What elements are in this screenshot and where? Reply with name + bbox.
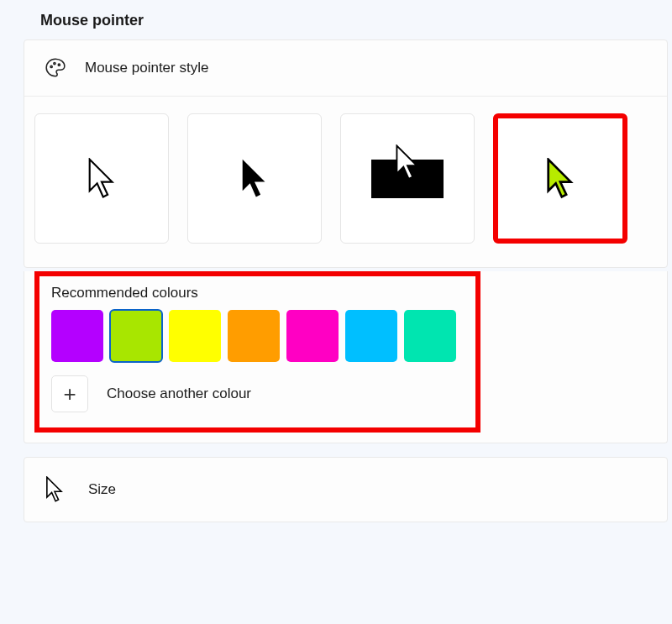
pointer-style-label: Mouse pointer style	[85, 60, 208, 76]
colours-card: Recommended colours + Choose another col…	[24, 271, 668, 443]
style-option-custom[interactable]	[493, 113, 627, 244]
size-label: Size	[88, 481, 116, 498]
colour-swatch-6[interactable]	[404, 310, 456, 362]
colour-swatch-0[interactable]	[51, 310, 103, 362]
svg-point-1	[54, 63, 55, 65]
choose-another-row: + Choose another colour	[51, 375, 464, 412]
style-option-inverted[interactable]	[340, 113, 475, 244]
colour-swatch-5[interactable]	[345, 310, 397, 362]
page-title: Mouse pointer	[0, 0, 672, 39]
pointer-style-header: Mouse pointer style	[24, 40, 667, 97]
cursor-white-icon	[86, 158, 118, 200]
choose-another-colour-label: Choose another colour	[107, 385, 251, 402]
colour-swatch-1[interactable]	[110, 310, 162, 362]
size-card[interactable]: Size	[24, 457, 668, 522]
colour-swatch-3[interactable]	[228, 310, 280, 362]
colour-swatch-2[interactable]	[169, 310, 221, 362]
cursor-custom-icon	[544, 158, 576, 200]
svg-point-0	[50, 66, 52, 67]
pointer-style-body	[24, 97, 667, 267]
svg-point-2	[58, 64, 60, 66]
swatch-row	[51, 310, 464, 362]
palette-icon	[45, 57, 66, 79]
cursor-size-icon	[45, 476, 65, 503]
choose-another-colour-button[interactable]: +	[51, 375, 88, 412]
plus-icon: +	[63, 381, 76, 407]
style-option-black[interactable]	[187, 113, 322, 244]
cursor-inverted-icon	[371, 160, 444, 198]
colour-swatch-4[interactable]	[286, 310, 339, 362]
pointer-style-card: Mouse pointer style	[24, 39, 668, 268]
style-tiles-row	[34, 113, 657, 244]
recommended-colours-title: Recommended colours	[51, 285, 464, 302]
style-option-white[interactable]	[34, 113, 169, 244]
cursor-black-icon	[239, 158, 270, 200]
colours-highlight-region: Recommended colours + Choose another col…	[34, 271, 480, 433]
